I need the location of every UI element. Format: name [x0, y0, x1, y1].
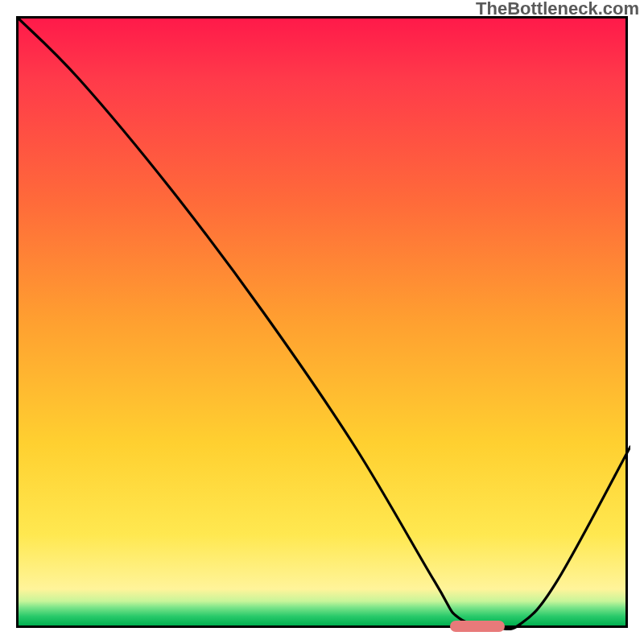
optimal-marker	[450, 621, 505, 632]
plot-area	[16, 16, 628, 628]
watermark-text: TheBottleneck.com	[476, 0, 639, 19]
bottleneck-chart: TheBottleneck.com	[0, 0, 644, 644]
gradient-background	[19, 19, 625, 625]
